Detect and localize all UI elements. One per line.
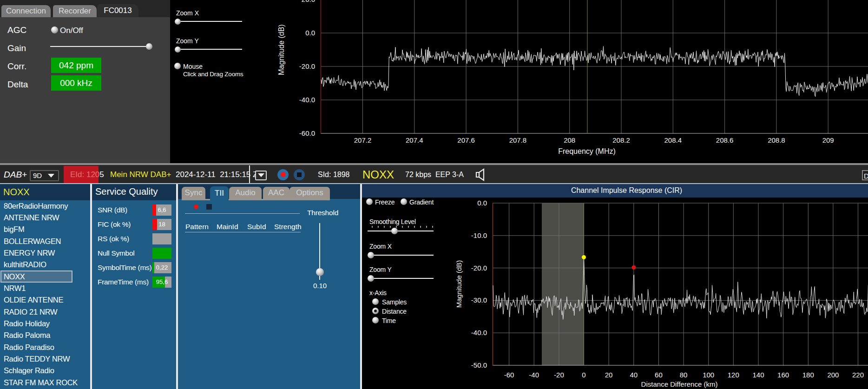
svg-text:208.6: 208.6 [716,136,734,144]
svg-text:207.8: 207.8 [509,136,527,144]
svg-text:-10.0: -10.0 [471,231,487,239]
svg-text:160: 160 [777,371,789,379]
svg-text:0: 0 [582,371,585,379]
svg-text:Magnitude (dB): Magnitude (dB) [277,24,285,75]
svg-text:20.0: 20.0 [302,0,315,3]
svg-text:208.4: 208.4 [664,136,682,144]
svg-text:-20.0: -20.0 [299,62,315,70]
svg-text:0.0: 0.0 [477,199,487,207]
svg-text:-60.0: -60.0 [299,129,315,137]
svg-text:140: 140 [752,371,764,379]
svg-text:-50.0: -50.0 [471,361,487,369]
svg-text:208: 208 [564,136,575,144]
svg-text:-20: -20 [554,371,564,379]
svg-text:-40.0: -40.0 [299,96,315,104]
svg-text:207.2: 207.2 [354,136,372,144]
svg-text:200: 200 [827,371,839,379]
svg-text:Magnitude (dB): Magnitude (dB) [455,260,463,308]
svg-text:-30.0: -30.0 [471,296,487,304]
svg-text:100: 100 [703,371,714,379]
svg-text:80: 80 [680,371,688,379]
svg-text:207.4: 207.4 [406,136,423,144]
svg-text:-40: -40 [529,371,539,379]
svg-text:0.0: 0.0 [305,29,315,37]
svg-text:208.8: 208.8 [768,136,785,144]
svg-text:208.2: 208.2 [612,136,630,144]
svg-text:Frequency (MHz): Frequency (MHz) [558,147,616,155]
svg-text:207.6: 207.6 [457,136,475,144]
svg-text:60: 60 [655,371,663,379]
svg-text:-20.0: -20.0 [471,264,487,272]
svg-text:-40.0: -40.0 [471,329,487,336]
svg-text:40: 40 [630,371,638,379]
svg-text:209: 209 [822,136,834,144]
svg-text:Distance Difference (km): Distance Difference (km) [641,380,718,388]
svg-text:120: 120 [728,371,739,379]
svg-text:20: 20 [605,371,613,379]
svg-text:-60: -60 [504,371,514,379]
svg-text:220: 220 [852,371,864,379]
svg-text:180: 180 [802,371,814,379]
